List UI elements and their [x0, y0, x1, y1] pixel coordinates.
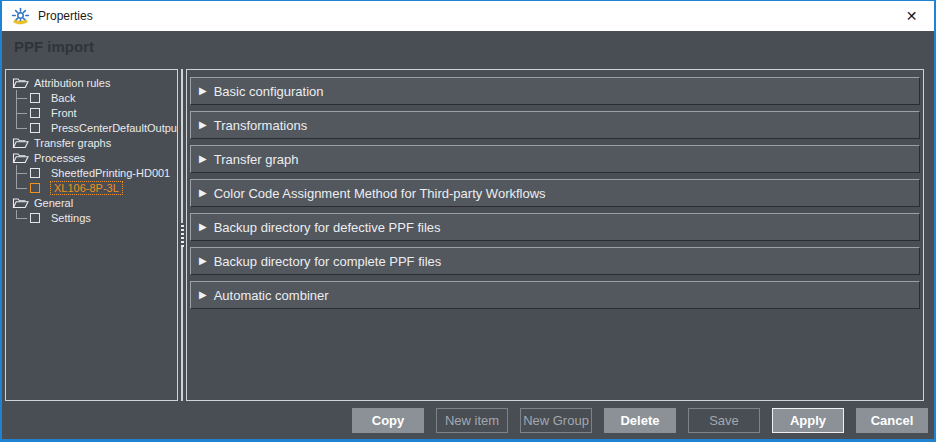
- button-bar: Copy New item New Group Delete Save Appl…: [2, 401, 934, 439]
- page-title: PPF import: [14, 38, 94, 55]
- section-label: Basic configuration: [214, 84, 324, 99]
- tree-item-attribution-rules[interactable]: Attribution rules: [6, 75, 177, 90]
- tree-item-processes[interactable]: Processes: [6, 150, 177, 165]
- close-button[interactable]: ✕: [889, 1, 934, 31]
- expand-arrow-icon: ▶: [199, 120, 207, 130]
- section-backup-defective-ppf[interactable]: ▶ Backup directory for defective PPF fil…: [190, 213, 920, 241]
- tree-item-settings[interactable]: Settings: [6, 210, 177, 225]
- window-title: Properties: [38, 9, 93, 23]
- tree-item-label: PressCenterDefaultOutput: [51, 122, 178, 134]
- new-group-button[interactable]: New Group: [520, 408, 592, 433]
- tree-item-label: Attribution rules: [34, 77, 110, 89]
- new-item-button[interactable]: New item: [436, 408, 508, 433]
- section-transformations[interactable]: ▶ Transformations: [190, 111, 920, 139]
- checkbox-icon[interactable]: [30, 108, 40, 118]
- expand-arrow-icon: ▶: [199, 154, 207, 164]
- folder-icon: [12, 77, 29, 89]
- folder-icon: [12, 152, 29, 164]
- section-color-code-assignment[interactable]: ▶ Color Code Assignment Method for Third…: [190, 179, 920, 207]
- expand-arrow-icon: ▶: [199, 256, 207, 266]
- section-transfer-graph[interactable]: ▶ Transfer graph: [190, 145, 920, 173]
- section-backup-complete-ppf[interactable]: ▶ Backup directory for complete PPF file…: [190, 247, 920, 275]
- tree-panel: Attribution rules Back Front PressCenter…: [5, 69, 178, 401]
- section-automatic-combiner[interactable]: ▶ Automatic combiner: [190, 281, 920, 309]
- page-header: PPF import: [2, 31, 934, 65]
- tree-item-presscenterdefaultoutput[interactable]: PressCenterDefaultOutput: [6, 120, 177, 135]
- checkbox-icon[interactable]: [30, 93, 40, 103]
- tree-item-label: General: [34, 197, 73, 209]
- properties-dialog: Properties ✕ PPF import Attribution rule…: [0, 0, 936, 442]
- section-label: Color Code Assignment Method for Third-p…: [214, 186, 546, 201]
- tree-item-label: SheetfedPrinting-HD001: [51, 167, 170, 179]
- section-label: Transfer graph: [214, 152, 299, 167]
- section-label: Backup directory for complete PPF files: [214, 254, 442, 269]
- checkbox-icon[interactable]: [30, 183, 40, 193]
- splitter-grip-icon: [181, 223, 184, 247]
- folder-icon: [12, 197, 29, 209]
- expand-arrow-icon: ▶: [199, 188, 207, 198]
- title-bar: Properties ✕: [2, 1, 934, 31]
- tree-item-label: Processes: [34, 152, 85, 164]
- tree-item-label: Transfer graphs: [34, 137, 111, 149]
- cancel-button[interactable]: Cancel: [856, 408, 928, 433]
- tree-item-back[interactable]: Back: [6, 90, 177, 105]
- tree-item-xl106-8p-3l[interactable]: XL106-8P-3L: [6, 180, 177, 195]
- section-label: Transformations: [214, 118, 307, 133]
- tree-item-label: XL106-8P-3L: [51, 182, 122, 194]
- section-label: Backup directory for defective PPF files: [214, 220, 441, 235]
- checkbox-icon[interactable]: [30, 168, 40, 178]
- tree-item-label: Front: [51, 107, 77, 119]
- expand-arrow-icon: ▶: [199, 222, 207, 232]
- tree-item-label: Settings: [51, 212, 91, 224]
- expand-arrow-icon: ▶: [199, 86, 207, 96]
- tree-item-general[interactable]: General: [6, 195, 177, 210]
- expand-arrow-icon: ▶: [199, 290, 207, 300]
- save-button[interactable]: Save: [688, 408, 760, 433]
- panel-splitter[interactable]: [179, 69, 185, 401]
- apply-button[interactable]: Apply: [772, 408, 844, 433]
- checkbox-icon[interactable]: [30, 123, 40, 133]
- delete-button[interactable]: Delete: [604, 408, 676, 433]
- app-icon: [11, 7, 30, 26]
- section-basic-configuration[interactable]: ▶ Basic configuration: [190, 77, 920, 105]
- section-label: Automatic combiner: [214, 288, 329, 303]
- tree-item-label: Back: [51, 92, 75, 104]
- tree-item-sheetfedprinting-hd001[interactable]: SheetfedPrinting-HD001: [6, 165, 177, 180]
- folder-icon: [12, 137, 29, 149]
- tree-item-front[interactable]: Front: [6, 105, 177, 120]
- tree-item-transfer-graphs[interactable]: Transfer graphs: [6, 135, 177, 150]
- tree: Attribution rules Back Front PressCenter…: [6, 70, 177, 225]
- checkbox-icon[interactable]: [30, 213, 40, 223]
- settings-panel: ▶ Basic configuration ▶ Transformations …: [186, 69, 924, 401]
- copy-button[interactable]: Copy: [352, 408, 424, 433]
